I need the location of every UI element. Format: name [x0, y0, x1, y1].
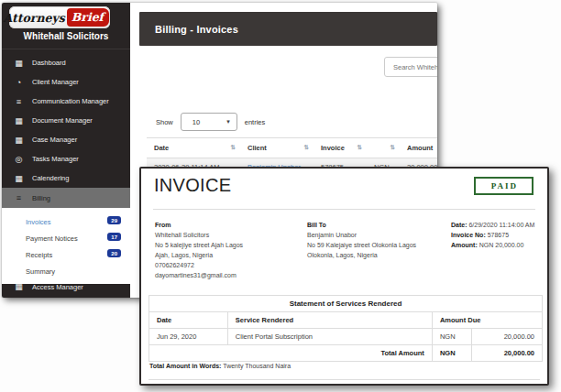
sidebar-item-label: Client Manager	[32, 78, 79, 86]
bill-to-label: Bill To	[307, 220, 449, 230]
invoice-from-block: From Whitehall Solicitors No 5 kalejiye …	[155, 220, 306, 280]
show-label: Show	[156, 118, 173, 126]
submenu-item-label: Payment Notices	[26, 234, 78, 243]
column-label: Invoice	[321, 144, 345, 152]
submenu-item-payment-notices[interactable]: Payment Notices 17	[2, 230, 130, 246]
sidebar-item-document-manager[interactable]: ▦ Document Manager	[2, 111, 130, 130]
sidebar-item-label: Case Manager	[32, 136, 77, 144]
amount-value: NGN 20,000.00	[479, 242, 524, 248]
page-header-bar: Billing - Invoices	[139, 12, 437, 46]
invoice-date-line: Date: 6/29/2020 11:14:00 AM	[451, 220, 543, 230]
sidebar-item-label: Calendering	[32, 174, 69, 182]
total-amount-value: 20,000.00	[471, 345, 542, 362]
target-icon: ◎	[14, 155, 24, 164]
grid-icon: ▦	[14, 282, 24, 291]
firm-name: Whitehall Solicitors	[2, 31, 130, 41]
statement-cell-currency: NGN	[432, 329, 471, 345]
grid-icon: ▦	[14, 174, 24, 183]
invoice-amount-line: Amount: NGN 20,000.00	[451, 240, 543, 250]
statement-cell-date: Jun 29, 2020	[149, 329, 228, 345]
statement-column-date: Date	[149, 312, 228, 329]
column-label: Amount	[407, 144, 433, 152]
grid-icon: ▦	[14, 116, 24, 125]
date-value: 6/29/2020 11:14:00 AM	[468, 222, 534, 228]
stack-icon: ≡	[14, 193, 24, 202]
sort-icon[interactable]: ⇅	[231, 144, 235, 151]
sidebar-item-calendering[interactable]: ▦ Calendering	[2, 169, 130, 188]
bill-to-name: Benjamin Unabor	[307, 230, 449, 240]
chevron-down-icon: ▾	[226, 118, 230, 125]
column-header-client[interactable]: Client ⇅	[240, 138, 314, 158]
invoice-no-label: Invoice No:	[451, 232, 486, 238]
logo-text-attorneys: Attorneys	[3, 11, 64, 25]
invoices-count-badge: 29	[107, 216, 121, 224]
divider	[153, 209, 535, 210]
total-currency: NGN	[432, 345, 471, 362]
table-header-row: Date ⇅ Client ⇅ Invoice ⇅ ⇅ Amount	[147, 138, 437, 158]
sidebar-item-label: Communication Manager	[32, 97, 109, 105]
payment-notices-count-badge: 17	[107, 233, 121, 241]
statement-total-row: Total Amount NGN 20,000.00	[149, 345, 543, 362]
column-header-invoice[interactable]: Invoice ⇅	[314, 138, 367, 158]
column-header-date[interactable]: Date ⇅	[147, 138, 240, 158]
invoice-bill-to-block: Bill To Benjamin Unabor No 59 Kalejaiye …	[307, 220, 449, 260]
sidebar-item-billing[interactable]: ≡ Billing	[2, 188, 130, 208]
entries-label: entries	[245, 118, 266, 126]
invoice-no-value: 578675	[488, 232, 509, 238]
sidebar-item-access-manager[interactable]: ▦ Access Manager	[2, 276, 130, 298]
logo-text-brief: Brief	[67, 8, 109, 27]
statement-cell-service: Client Portal Subscription	[227, 329, 432, 345]
statement-column-service: Service Rendered	[227, 312, 432, 329]
column-header-currency[interactable]: ⇅	[367, 138, 400, 158]
submenu-item-label: Invoices	[26, 218, 51, 226]
bill-to-address-2: Olokonla, Lagos, Nigeria	[307, 250, 449, 260]
sidebar-item-dashboard[interactable]: ▦ Dashboard	[2, 53, 130, 72]
from-name: Whitehall Solicitors	[155, 230, 306, 240]
amount-in-words-label: Total Amount in Words:	[149, 363, 221, 369]
date-label: Date:	[451, 222, 468, 228]
grid-icon: ▦	[14, 59, 24, 68]
from-label: From	[155, 220, 306, 230]
sidebar-item-client-manager[interactable]: ◔ Client Manager	[2, 72, 130, 92]
total-amount-label: Total Amount	[149, 345, 433, 362]
stack-icon: ≡	[14, 97, 24, 106]
column-header-amount[interactable]: Amount	[400, 138, 437, 158]
sidebar-menu: ▦ Dashboard ◔ Client Manager ≡ Communica…	[2, 53, 130, 284]
sort-icon[interactable]: ⇅	[390, 144, 394, 151]
from-address-2: Ajah, Lagos, Nigeria	[155, 250, 306, 260]
column-label: Date	[154, 144, 169, 152]
statement-header-row: Date Service Rendered Amount Due	[149, 312, 543, 329]
sidebar-item-label: Access Manager	[32, 283, 83, 291]
entries-select[interactable]: 10 ▾	[181, 113, 237, 131]
invoice-title: INVOICE	[154, 175, 231, 196]
invoice-modal: INVOICE PAID From Whitehall Solicitors N…	[139, 167, 549, 386]
amount-label: Amount:	[451, 242, 478, 248]
from-address-1: No 5 kalejiye street Ajah Lagos	[155, 240, 306, 250]
page-length-control: Show 10 ▾ entries	[156, 113, 265, 131]
sidebar-item-label: Billing	[32, 194, 50, 202]
search-input[interactable]	[384, 57, 437, 77]
submenu-item-label: Summary	[26, 267, 55, 276]
from-email: dayomartines31@gmail.com	[155, 270, 306, 280]
statement-cell-amount: 20,000.00	[471, 329, 542, 345]
sidebar-item-communication-manager[interactable]: ≡ Communication Manager	[2, 92, 130, 111]
sort-icon[interactable]: ⇅	[358, 144, 361, 151]
statement-row: Jun 29, 2020 Client Portal Subscription …	[149, 329, 543, 345]
from-phone: 07062624972	[155, 260, 306, 270]
sidebar-item-case-manager[interactable]: ▦ Case Manager	[2, 130, 130, 149]
sidebar-item-tasks-manager[interactable]: ◎ Tasks Manager	[2, 149, 130, 169]
page-title: Billing - Invoices	[155, 24, 238, 35]
sidebar-item-label: Tasks Manager	[32, 155, 79, 163]
bill-to-address-1: No 59 Kalejaiye street Olokonla Lagos	[307, 240, 449, 250]
sort-icon[interactable]: ⇅	[304, 144, 308, 151]
submenu-item-invoices[interactable]: Invoices 29	[2, 213, 130, 230]
invoice-meta-block: Date: 6/29/2020 11:14:00 AM Invoice No: …	[451, 220, 543, 250]
statement-column-amount-due: Amount Due	[432, 312, 542, 329]
statement-table: Statement of Services Rendered Date Serv…	[148, 295, 543, 362]
submenu-item-label: Receipts	[26, 251, 52, 259]
invoice-number-line: Invoice No: 578675	[451, 230, 543, 240]
receipts-count-badge: 20	[107, 249, 121, 257]
submenu-item-receipts[interactable]: Receipts 20	[2, 246, 130, 263]
sidebar: Attorneys Brief Whitehall Solicitors ▦ D…	[2, 3, 130, 298]
paid-status-badge: PAID	[474, 177, 534, 195]
